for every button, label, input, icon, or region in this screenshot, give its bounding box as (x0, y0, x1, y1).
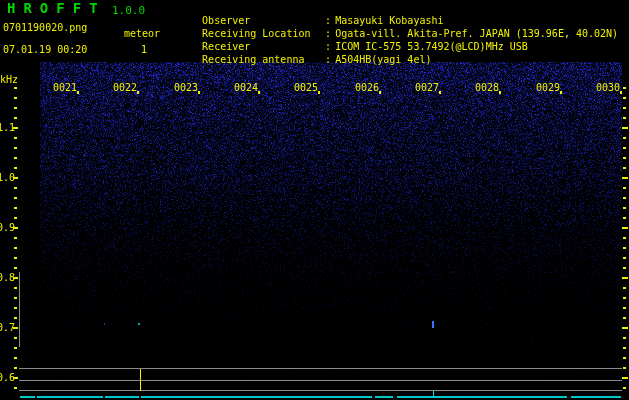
freq-tick-label: 0.7 (0, 322, 14, 333)
hrofft-output-image: HROFFT 1.0.0 0701190020.png meteor 07.01… (0, 0, 629, 400)
time-tick-label: 0028 (473, 82, 499, 93)
info-row-antenna: Receiving antenna:A504HB(yagi 4el) (178, 43, 431, 76)
time-tick-label: 0029 (534, 82, 560, 93)
freq-tick-label: 0.6 (0, 372, 14, 383)
freq-tick-label: 0.9 (0, 222, 14, 233)
freq-axis-unit: kHz (0, 74, 18, 85)
time-tick-label: 0023 (172, 82, 198, 93)
output-filename: 0701190020.png (3, 22, 87, 33)
observation-datetime: 07.01.19 00:20 (3, 44, 87, 55)
time-tick-label: 0030 (594, 82, 620, 93)
time-tick-label: 0021 (51, 82, 77, 93)
time-tick-label: 0024 (232, 82, 258, 93)
time-tick-label: 0026 (353, 82, 379, 93)
freq-tick-label: 0.8 (0, 272, 14, 283)
time-tick-label: 0027 (413, 82, 439, 93)
freq-tick-label: 1.0 (0, 172, 14, 183)
meteor-count: 1 (141, 44, 147, 55)
app-title: HROFFT (7, 3, 106, 14)
mode-label: meteor (124, 28, 160, 39)
time-tick-label: 0025 (292, 82, 318, 93)
info-label: Receiving antenna (202, 54, 325, 65)
freq-tick-label: 1.1 (0, 122, 14, 133)
time-tick-label: 0022 (111, 82, 137, 93)
info-value: A504HB(yagi 4el) (331, 54, 431, 65)
app-version: 1.0.0 (112, 5, 145, 16)
